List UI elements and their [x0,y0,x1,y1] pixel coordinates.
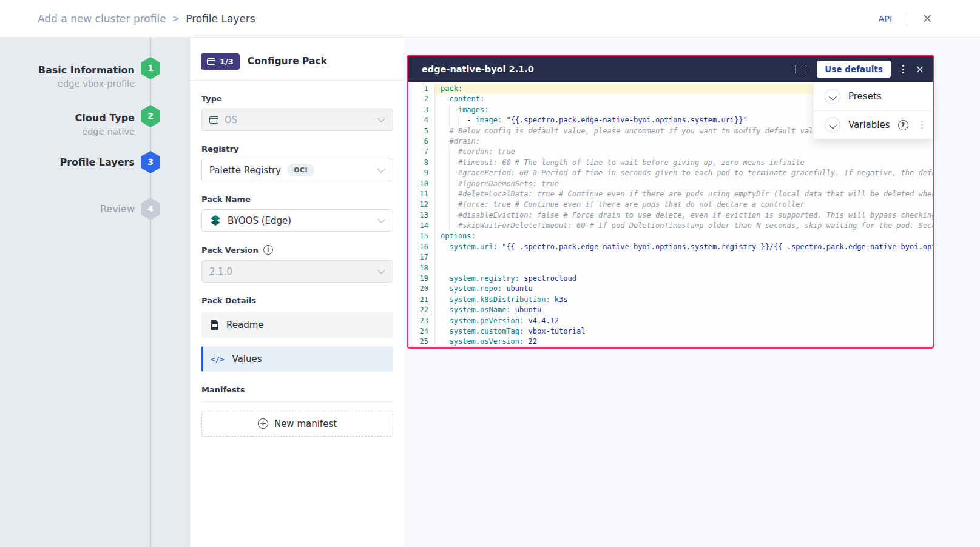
code-line[interactable]: 18 [408,263,933,274]
panel-title: Configure Pack [248,56,327,67]
diff-view-icon[interactable] [795,65,806,73]
code-line[interactable]: 13 #disableEviction: false # Force drain… [408,210,933,221]
pack-values-editor: edge-native-byoi 2.1.0 Use defaults × 1p… [407,55,934,349]
registry-value: Palette Registry [209,165,281,176]
line-number: 20 [408,284,435,294]
code-line[interactable]: 7 #cordon: true [408,147,933,157]
editor-region: edge-native-byoi 2.1.0 Use defaults × 1p… [405,38,980,547]
presets-label: Presets [848,91,882,102]
pack-version-label-text: Pack Version [201,246,259,255]
code-line[interactable]: 12 #force: true # Continue even if there… [408,200,933,210]
help-icon[interactable]: ? [898,120,908,130]
oci-badge: OCI [287,164,314,176]
plus-circle-icon: + [258,418,268,429]
code-line[interactable]: 21 system.k8sDistribution: k3s [408,295,933,305]
line-number: 12 [408,200,435,210]
type-select[interactable]: OS [201,109,393,131]
line-number: 17 [408,252,435,263]
code-line[interactable]: 17 [408,252,933,263]
main-content: Basic Information edge-vbox-profile 1 Cl… [0,38,980,547]
api-button[interactable]: API [878,14,892,24]
chevron-down-icon [377,115,385,122]
line-number: 14 [408,221,435,231]
line-number: 22 [408,305,435,315]
pack-name-select[interactable]: BYOOS (Edge) [201,209,393,232]
line-number: 11 [408,189,435,200]
code-line[interactable]: 9 #gracePeriod: 60 # Period of time in s… [408,168,933,178]
pack-name-value: BYOOS (Edge) [228,215,291,226]
code-line[interactable]: 20 system.repo: ubuntu [408,284,933,294]
new-manifest-label: New manifest [274,418,337,429]
code-line[interactable]: 19 system.registry: spectrocloud [408,274,933,284]
code-icon: </> [211,355,225,364]
line-number: 4 [408,115,435,126]
code-line[interactable]: 11 #deleteLocalData: true # Continue eve… [408,189,933,200]
kebab-menu-icon[interactable] [920,120,924,130]
editor-header: edge-native-byoi 2.1.0 Use defaults × [408,56,933,82]
new-manifest-button[interactable]: + New manifest [201,411,393,437]
code-line[interactable]: 22 system.osName: ubuntu [408,305,933,315]
chevron-down-icon [377,266,385,274]
step-number-badge: 2 [141,105,160,127]
code-line[interactable]: 25 system.osVersion: 22 [408,337,933,347]
presets-row[interactable]: Presets [814,82,933,110]
readme-label: Readme [226,320,264,331]
close-icon[interactable]: × [922,12,933,25]
step-title: Review [7,203,135,216]
type-label: Type [201,94,393,103]
manifests-label: Manifests [201,385,393,394]
line-number: 3 [408,105,435,115]
line-number: 21 [408,295,435,305]
manifests-divider [201,401,393,402]
code-line[interactable]: 16 system.uri: "{{ .spectro.pack.edge-na… [408,242,933,252]
pack-name-label: Pack Name [201,195,393,204]
readme-tab[interactable]: Readme [201,312,393,338]
breadcrumb-parent-link[interactable]: Add a new cluster profile [38,13,166,25]
presets-variables-panel: Presets Variables ? [813,82,933,139]
line-number: 24 [408,326,435,337]
use-defaults-button[interactable]: Use defaults [817,61,890,78]
document-icon [211,320,218,330]
line-number: 13 [408,210,435,221]
info-icon[interactable]: i [263,245,273,255]
line-number: 5 [408,126,435,136]
line-number: 1 [408,84,435,94]
line-number: 7 [408,147,435,157]
pack-version-label: Pack Version i [201,245,393,255]
step-counter-text: 1/3 [220,57,234,66]
line-number: 25 [408,337,435,347]
code-line[interactable]: 15options: [408,231,933,241]
step-number-badge: 4 [141,198,160,220]
chevron-down-icon [377,165,385,173]
type-value: OS [225,115,237,126]
line-number: 16 [408,242,435,252]
values-tab[interactable]: </> Values [201,346,393,372]
configure-pack-header: 1/3 Configure Pack [190,38,405,81]
pack-version-select[interactable]: 2.1.0 [201,260,393,283]
registry-select[interactable]: Palette Registry OCI [201,159,393,181]
variables-row[interactable]: Variables ? [814,110,933,139]
code-line[interactable]: 14 #skipWaitForDeleteTimeout: 60 # If po… [408,221,933,231]
code-line[interactable]: 24 system.customTag: vbox-tutorial [408,326,933,337]
breadcrumb: Add a new cluster profile > Profile Laye… [38,13,255,25]
code-line[interactable]: 8 #timeout: 60 # The length of time to w… [408,158,933,168]
code-line[interactable]: 23 system.peVersion: v4.4.12 [408,316,933,326]
kebab-menu-icon[interactable] [901,64,905,75]
line-number: 19 [408,274,435,284]
step-title: Profile Layers [7,156,135,169]
line-number: 18 [408,263,435,274]
line-number: 2 [408,94,435,104]
editor-close-icon[interactable]: × [916,63,924,75]
line-number: 9 [408,168,435,178]
byoos-pack-icon [209,215,221,227]
registry-label: Registry [201,144,393,153]
step-subtitle: edge-native [7,125,135,138]
line-number: 10 [408,179,435,189]
line-number: 8 [408,158,435,168]
step-number-badge: 1 [141,57,160,79]
pack-details-label: Pack Details [201,296,393,305]
chevron-down-circle-icon [825,89,840,104]
line-number: 6 [408,136,435,147]
step-subtitle: edge-vbox-profile [7,77,135,90]
code-line[interactable]: 10 #ignoreDaemonSets: true [408,179,933,189]
